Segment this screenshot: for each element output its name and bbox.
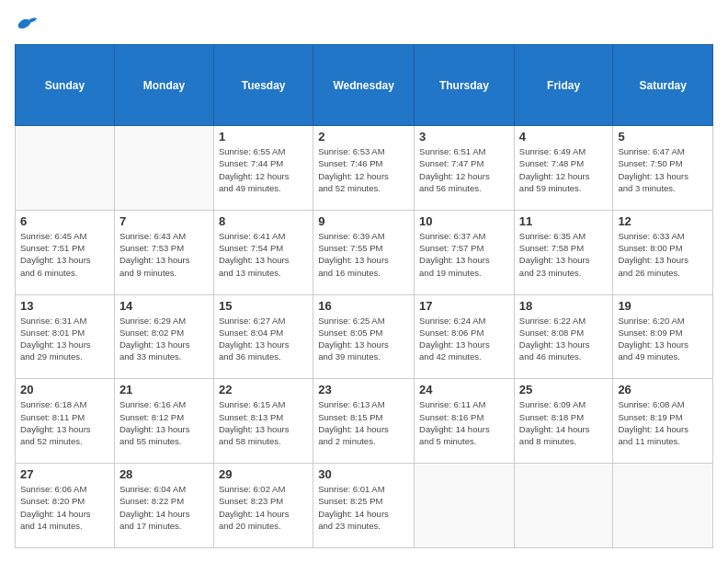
- day-info: Sunrise: 6:29 AM Sunset: 8:02 PM Dayligh…: [119, 315, 209, 363]
- weekday-header-thursday: Thursday: [415, 45, 515, 126]
- day-cell-16: 16Sunrise: 6:25 AM Sunset: 8:05 PM Dayli…: [313, 294, 415, 379]
- weekday-header-monday: Monday: [114, 45, 213, 126]
- day-cell-3: 3Sunrise: 6:51 AM Sunset: 7:47 PM Daylig…: [415, 126, 515, 211]
- day-info: Sunrise: 6:27 AM Sunset: 8:04 PM Dayligh…: [219, 315, 308, 363]
- day-number: 26: [618, 383, 708, 396]
- day-number: 5: [618, 130, 708, 144]
- day-info: Sunrise: 6:01 AM Sunset: 8:25 PM Dayligh…: [318, 483, 409, 532]
- day-info: Sunrise: 6:49 AM Sunset: 7:48 PM Dayligh…: [519, 145, 609, 194]
- day-info: Sunrise: 6:02 AM Sunset: 8:23 PM Dayligh…: [219, 483, 308, 532]
- day-cell-empty-4-6: [613, 464, 713, 548]
- day-info: Sunrise: 6:16 AM Sunset: 8:12 PM Dayligh…: [119, 398, 209, 447]
- day-cell-10: 10Sunrise: 6:37 AM Sunset: 7:57 PM Dayli…: [415, 210, 515, 294]
- weekday-header-saturday: Saturday: [613, 45, 713, 126]
- day-info: Sunrise: 6:18 AM Sunset: 8:11 PM Dayligh…: [20, 398, 109, 447]
- day-info: Sunrise: 6:45 AM Sunset: 7:51 PM Dayligh…: [20, 230, 109, 279]
- day-cell-empty-4-4: [415, 464, 515, 548]
- day-cell-18: 18Sunrise: 6:22 AM Sunset: 8:08 PM Dayli…: [514, 294, 613, 379]
- day-number: 3: [419, 130, 509, 144]
- weekday-header-wednesday: Wednesday: [313, 45, 415, 126]
- day-cell-24: 24Sunrise: 6:11 AM Sunset: 8:16 PM Dayli…: [415, 379, 515, 464]
- day-info: Sunrise: 6:39 AM Sunset: 7:55 PM Dayligh…: [318, 230, 409, 279]
- day-cell-11: 11Sunrise: 6:35 AM Sunset: 7:58 PM Dayli…: [514, 210, 613, 294]
- day-number: 6: [20, 214, 109, 228]
- weekday-header-sunday: Sunday: [16, 45, 115, 126]
- day-cell-27: 27Sunrise: 6:06 AM Sunset: 8:20 PM Dayli…: [16, 464, 115, 548]
- week-row-3: 13Sunrise: 6:31 AM Sunset: 8:01 PM Dayli…: [16, 294, 713, 379]
- day-number: 10: [419, 214, 509, 228]
- day-cell-17: 17Sunrise: 6:24 AM Sunset: 8:06 PM Dayli…: [415, 294, 515, 379]
- day-cell-30: 30Sunrise: 6:01 AM Sunset: 8:25 PM Dayli…: [313, 464, 415, 548]
- day-number: 11: [519, 214, 609, 228]
- logo: [15, 15, 39, 33]
- day-number: 7: [119, 214, 209, 228]
- day-info: Sunrise: 6:09 AM Sunset: 8:18 PM Dayligh…: [519, 398, 609, 447]
- day-number: 23: [318, 383, 409, 396]
- day-info: Sunrise: 6:11 AM Sunset: 8:16 PM Dayligh…: [419, 398, 509, 447]
- weekday-header-tuesday: Tuesday: [213, 45, 313, 126]
- day-number: 4: [519, 130, 609, 144]
- day-number: 25: [519, 383, 609, 396]
- day-number: 27: [20, 467, 109, 481]
- day-cell-22: 22Sunrise: 6:15 AM Sunset: 8:13 PM Dayli…: [213, 379, 313, 464]
- day-cell-13: 13Sunrise: 6:31 AM Sunset: 8:01 PM Dayli…: [16, 294, 115, 379]
- logo-bird-icon: [17, 15, 39, 33]
- day-info: Sunrise: 6:51 AM Sunset: 7:47 PM Dayligh…: [419, 145, 509, 194]
- day-cell-4: 4Sunrise: 6:49 AM Sunset: 7:48 PM Daylig…: [514, 126, 613, 211]
- day-number: 13: [20, 299, 109, 313]
- day-cell-26: 26Sunrise: 6:08 AM Sunset: 8:19 PM Dayli…: [613, 379, 713, 464]
- day-cell-21: 21Sunrise: 6:16 AM Sunset: 8:12 PM Dayli…: [114, 379, 213, 464]
- day-number: 12: [618, 214, 708, 228]
- day-cell-2: 2Sunrise: 6:53 AM Sunset: 7:46 PM Daylig…: [313, 126, 415, 211]
- day-info: Sunrise: 6:20 AM Sunset: 8:09 PM Dayligh…: [618, 315, 708, 363]
- day-info: Sunrise: 6:08 AM Sunset: 8:19 PM Dayligh…: [618, 398, 708, 447]
- day-cell-14: 14Sunrise: 6:29 AM Sunset: 8:02 PM Dayli…: [114, 294, 213, 379]
- header-row: SundayMondayTuesdayWednesdayThursdayFrid…: [16, 45, 713, 126]
- day-number: 1: [219, 130, 308, 144]
- day-cell-23: 23Sunrise: 6:13 AM Sunset: 8:15 PM Dayli…: [313, 379, 415, 464]
- page: SundayMondayTuesdayWednesdayThursdayFrid…: [0, 0, 728, 563]
- day-number: 24: [419, 383, 509, 396]
- week-row-5: 27Sunrise: 6:06 AM Sunset: 8:20 PM Dayli…: [16, 464, 713, 548]
- day-cell-19: 19Sunrise: 6:20 AM Sunset: 8:09 PM Dayli…: [613, 294, 713, 379]
- day-cell-29: 29Sunrise: 6:02 AM Sunset: 8:23 PM Dayli…: [213, 464, 313, 548]
- day-info: Sunrise: 6:25 AM Sunset: 8:05 PM Dayligh…: [318, 315, 409, 363]
- day-number: 2: [318, 130, 409, 144]
- day-number: 17: [419, 299, 509, 313]
- week-row-1: 1Sunrise: 6:55 AM Sunset: 7:44 PM Daylig…: [16, 126, 713, 211]
- day-number: 14: [119, 299, 209, 313]
- day-number: 19: [618, 299, 708, 313]
- day-info: Sunrise: 6:35 AM Sunset: 7:58 PM Dayligh…: [519, 230, 609, 279]
- day-info: Sunrise: 6:37 AM Sunset: 7:57 PM Dayligh…: [419, 230, 509, 279]
- week-row-2: 6Sunrise: 6:45 AM Sunset: 7:51 PM Daylig…: [16, 210, 713, 294]
- day-cell-15: 15Sunrise: 6:27 AM Sunset: 8:04 PM Dayli…: [213, 294, 313, 379]
- day-cell-empty-0-0: [16, 126, 115, 211]
- day-cell-25: 25Sunrise: 6:09 AM Sunset: 8:18 PM Dayli…: [514, 379, 613, 464]
- calendar-table: SundayMondayTuesdayWednesdayThursdayFrid…: [15, 44, 713, 548]
- day-info: Sunrise: 6:55 AM Sunset: 7:44 PM Dayligh…: [219, 145, 308, 194]
- day-info: Sunrise: 6:47 AM Sunset: 7:50 PM Dayligh…: [618, 145, 708, 194]
- day-cell-7: 7Sunrise: 6:43 AM Sunset: 7:53 PM Daylig…: [114, 210, 213, 294]
- day-info: Sunrise: 6:31 AM Sunset: 8:01 PM Dayligh…: [20, 315, 109, 363]
- day-number: 30: [318, 467, 409, 481]
- day-cell-9: 9Sunrise: 6:39 AM Sunset: 7:55 PM Daylig…: [313, 210, 415, 294]
- day-number: 22: [219, 383, 308, 396]
- day-cell-8: 8Sunrise: 6:41 AM Sunset: 7:54 PM Daylig…: [213, 210, 313, 294]
- day-info: Sunrise: 6:41 AM Sunset: 7:54 PM Dayligh…: [219, 230, 308, 279]
- day-cell-empty-0-1: [114, 126, 213, 211]
- day-info: Sunrise: 6:43 AM Sunset: 7:53 PM Dayligh…: [119, 230, 209, 279]
- day-cell-28: 28Sunrise: 6:04 AM Sunset: 8:22 PM Dayli…: [114, 464, 213, 548]
- day-cell-12: 12Sunrise: 6:33 AM Sunset: 8:00 PM Dayli…: [613, 210, 713, 294]
- header: [15, 15, 713, 33]
- day-number: 9: [318, 214, 409, 228]
- day-info: Sunrise: 6:22 AM Sunset: 8:08 PM Dayligh…: [519, 315, 609, 363]
- day-cell-5: 5Sunrise: 6:47 AM Sunset: 7:50 PM Daylig…: [613, 126, 713, 211]
- day-number: 8: [219, 214, 308, 228]
- day-number: 29: [219, 467, 308, 481]
- day-cell-empty-4-5: [514, 464, 613, 548]
- day-number: 16: [318, 299, 409, 313]
- day-info: Sunrise: 6:13 AM Sunset: 8:15 PM Dayligh…: [318, 398, 409, 447]
- day-info: Sunrise: 6:06 AM Sunset: 8:20 PM Dayligh…: [20, 483, 109, 532]
- day-cell-1: 1Sunrise: 6:55 AM Sunset: 7:44 PM Daylig…: [213, 126, 313, 211]
- day-cell-20: 20Sunrise: 6:18 AM Sunset: 8:11 PM Dayli…: [16, 379, 115, 464]
